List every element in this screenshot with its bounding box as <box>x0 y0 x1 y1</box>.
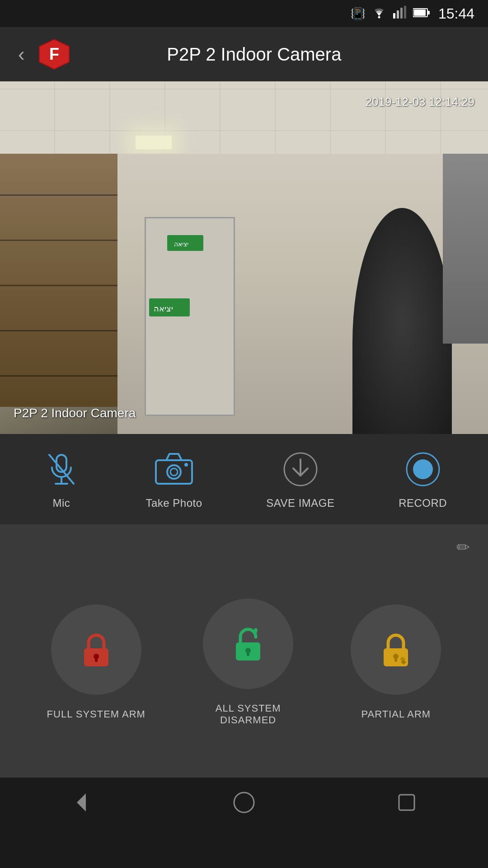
full-system-arm-button[interactable]: FULL SYSTEM ARM <box>47 604 145 720</box>
navigation-bar <box>0 778 488 827</box>
mic-icon <box>41 449 82 490</box>
svg-point-19 <box>184 463 188 467</box>
svg-rect-3 <box>400 8 403 19</box>
camera-icon <box>154 449 194 490</box>
arm-section: ✏ FULL SYSTEM ARM <box>0 524 488 778</box>
svg-rect-32 <box>394 657 397 662</box>
svg-rect-36 <box>399 795 414 810</box>
mic-label: Mic <box>52 497 70 509</box>
partial-arm-label: PARTIAL ARM <box>361 708 431 720</box>
save-image-button[interactable]: SAVE IMAGE <box>266 449 334 509</box>
nav-back-button[interactable] <box>63 784 99 821</box>
signal-icon <box>393 6 407 22</box>
mic-button[interactable]: Mic <box>41 449 82 509</box>
controls-row: Mic Take Photo SAVE IMAGE <box>0 434 488 524</box>
edit-button[interactable]: ✏ <box>456 538 470 557</box>
nav-home-button[interactable] <box>226 784 262 821</box>
svg-point-18 <box>170 468 178 476</box>
page-title: P2P 2 Indoor Camera <box>84 44 425 65</box>
svg-rect-4 <box>404 6 406 19</box>
all-system-disarmed-button[interactable]: ALL SYSTEM DISARMED <box>203 599 293 726</box>
svg-rect-6 <box>414 9 426 16</box>
arm-buttons: FULL SYSTEM ARM ALL SYSTEM DISARMED <box>18 565 470 760</box>
svg-rect-29 <box>247 651 249 656</box>
svg-text:יציאה: יציאה <box>154 304 173 313</box>
svg-rect-1 <box>393 13 395 19</box>
record-icon <box>403 449 443 490</box>
light-fixture <box>136 136 172 149</box>
app-header: ‹ F P2P 2 Indoor Camera <box>0 27 488 81</box>
record-button[interactable]: RECORD <box>399 449 447 509</box>
svg-point-17 <box>167 465 181 479</box>
all-system-disarmed-label: ALL SYSTEM DISARMED <box>216 703 281 726</box>
vibrate-icon: 📳 <box>351 7 365 21</box>
all-system-disarmed-circle <box>203 599 293 689</box>
full-system-arm-label: FULL SYSTEM ARM <box>47 708 145 720</box>
status-bar: 📳 15:44 <box>0 0 488 27</box>
camera-feed: יציאה יציאה 2019-12-03 12:14:29 P2P 2 In… <box>0 81 488 434</box>
take-photo-label: Take Photo <box>145 497 202 509</box>
camera-label: P2P 2 Indoor Camera <box>14 406 136 420</box>
svg-text:F: F <box>49 45 59 63</box>
battery-icon <box>413 7 430 21</box>
svg-point-23 <box>413 459 433 479</box>
svg-rect-26 <box>95 657 98 662</box>
right-shelves <box>443 154 488 344</box>
svg-text:יציאה: יציאה <box>174 241 188 248</box>
record-label: RECORD <box>399 497 447 509</box>
camera-background: יציאה יציאה <box>0 81 488 434</box>
status-time: 15:44 <box>438 5 474 22</box>
svg-point-0 <box>378 16 380 18</box>
camera-timestamp: 2019-12-03 12:14:29 <box>366 95 474 109</box>
full-system-arm-circle <box>51 604 141 695</box>
svg-rect-2 <box>397 10 399 19</box>
shelves <box>0 154 127 407</box>
svg-point-35 <box>234 793 254 812</box>
svg-rect-7 <box>427 11 430 14</box>
exit-sign-2: יציאה <box>149 298 190 316</box>
save-image-label: SAVE IMAGE <box>266 497 334 509</box>
back-button[interactable]: ‹ <box>18 43 25 66</box>
app-logo: F <box>38 38 70 70</box>
partial-arm-circle <box>351 604 441 695</box>
status-icons: 📳 <box>351 6 430 22</box>
save-image-icon <box>280 449 321 490</box>
svg-marker-34 <box>77 793 86 811</box>
wifi-icon <box>371 6 387 22</box>
partial-arm-button[interactable]: PARTIAL ARM <box>351 604 441 720</box>
nav-recent-button[interactable] <box>389 784 425 821</box>
exit-sign-1: יציאה <box>167 235 203 251</box>
take-photo-button[interactable]: Take Photo <box>145 449 202 509</box>
